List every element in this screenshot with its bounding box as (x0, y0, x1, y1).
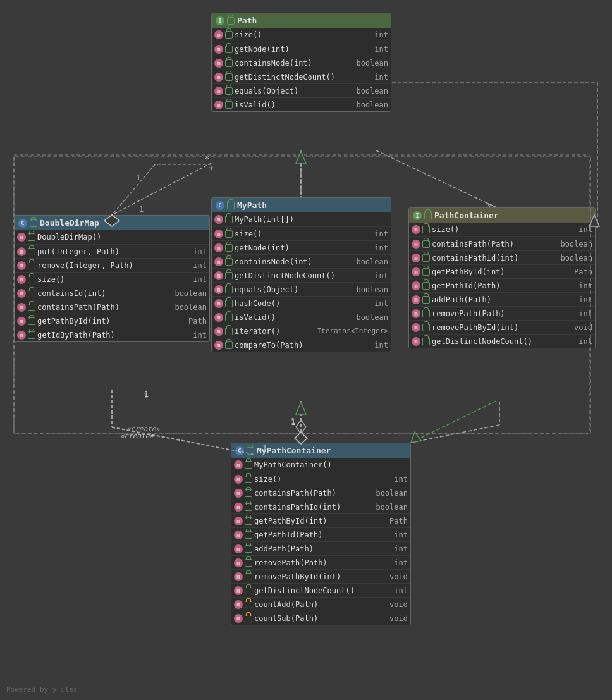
path-class: I Path msize()int mgetNode(int)int mcont… (211, 13, 391, 112)
method-icon: m (17, 247, 26, 256)
method-icon: m (214, 230, 223, 238)
vis-icon (227, 17, 235, 25)
vis-pub (28, 233, 35, 241)
svg-text:1: 1 (144, 391, 148, 400)
method-icon: m (214, 299, 223, 308)
vis-icon (227, 202, 235, 209)
vis-pub (225, 272, 233, 279)
vis-pub (245, 476, 252, 483)
svg-line-4 (112, 163, 211, 215)
method-icon: m (214, 243, 223, 252)
doubledirmap-title: DoubleDirMap (40, 218, 99, 228)
method-icon: m (17, 289, 26, 298)
vis-pub (422, 324, 430, 331)
vis-pub (422, 240, 430, 248)
svg-text:«create»: «create» (120, 432, 154, 440)
method-icon: m (214, 313, 223, 322)
mypathcontainer-body: mMyPathContainer() msize()int mcontainsP… (231, 458, 410, 625)
vis-pub (28, 290, 35, 297)
method-icon: m (412, 225, 420, 234)
vis-pub (28, 248, 35, 255)
vis-pub (225, 216, 233, 223)
method-icon: m (234, 517, 243, 525)
method-icon: m (234, 460, 243, 469)
method-icon: m (214, 257, 223, 266)
vis-icon (424, 212, 432, 219)
vis-pub (422, 254, 430, 262)
method-icon: m (214, 341, 223, 350)
method-icon: m (234, 572, 243, 581)
vis-pub (225, 244, 233, 252)
mypath-title: MyPath (237, 200, 267, 210)
method-icon: m (234, 586, 243, 595)
method-icon: m (17, 331, 26, 340)
svg-text:*: * (204, 154, 209, 164)
vis-pub (245, 559, 252, 567)
vis-pub (245, 503, 252, 511)
vis-pub (245, 517, 252, 525)
vis-pub (28, 317, 35, 325)
vis-prot (245, 615, 252, 622)
svg-text:*: * (209, 164, 214, 175)
svg-text:1: 1 (291, 418, 295, 427)
svg-text:1: 1 (139, 205, 144, 214)
method-icon: m (214, 285, 223, 294)
vis-pub (245, 489, 252, 497)
svg-text:«create»: «create» (126, 425, 160, 433)
method-icon: m (412, 240, 420, 249)
method-icon: m (234, 544, 243, 553)
svg-marker-1 (297, 150, 305, 161)
vis-pub (422, 296, 430, 304)
doubledirmap-header: C DoubleDirMap (15, 216, 209, 230)
vis-pub (28, 304, 35, 311)
mypath-class: C MyPath mMyPath(int[]) msize()int mgetN… (211, 197, 391, 352)
svg-marker-32 (296, 402, 306, 414)
doubledirmap-class: C DoubleDirMap mDoubleDirMap() mput(Inte… (14, 215, 210, 342)
method-icon: m (412, 281, 420, 290)
vis-pub (422, 226, 430, 233)
vis-pub (245, 461, 252, 469)
vis-pub (225, 59, 233, 67)
doubledirmap-body: mDoubleDirMap() mput(Integer, Path)int m… (15, 230, 209, 341)
method-icon: m (412, 309, 420, 318)
vis-pub (245, 573, 252, 580)
method-icon: m (214, 215, 223, 224)
path-body: msize()int mgetNode(int)int mcontainsNod… (212, 28, 391, 111)
vis-pub (225, 31, 233, 39)
method-icon: m (214, 30, 223, 39)
class-icon: C (18, 219, 27, 228)
method-icon: m (17, 233, 26, 242)
method-icon: m (214, 59, 223, 68)
svg-line-36 (411, 425, 499, 443)
pathcontainer-class: I PathContainer msize()int mcontainsPath… (408, 207, 596, 348)
vis-pub (225, 341, 233, 349)
svg-text:1: 1 (136, 173, 140, 182)
svg-line-27 (112, 164, 155, 215)
vis-pub (28, 276, 35, 283)
vis-pub (245, 587, 252, 594)
vis-pub (225, 101, 233, 109)
method-icon: m (412, 254, 420, 262)
svg-marker-12 (411, 433, 420, 443)
method-icon: m (234, 503, 243, 512)
mypath-header: C MyPath (212, 198, 391, 212)
vis-pub (225, 258, 233, 266)
method-icon: m (412, 295, 420, 304)
method-icon: m (17, 317, 26, 326)
vis-icon (30, 219, 37, 227)
method-icon: m (234, 558, 243, 567)
method-icon: m (412, 267, 420, 276)
pathcontainer-header: I PathContainer (409, 208, 595, 223)
vis-pub (422, 282, 430, 290)
method-icon: m (214, 45, 223, 54)
mypathcontainer-class: C MyPathContainer mMyPathContainer() msi… (231, 443, 411, 625)
method-icon: m (214, 87, 223, 95)
class-icon: C (216, 201, 224, 210)
method-icon: m (234, 489, 243, 498)
pathcontainer-title: PathContainer (434, 211, 499, 220)
method-icon: m (234, 531, 243, 539)
method-icon: m (234, 600, 243, 609)
method-icon: m (412, 323, 420, 332)
method-icon: m (17, 261, 26, 270)
method-icon: m (214, 327, 223, 336)
